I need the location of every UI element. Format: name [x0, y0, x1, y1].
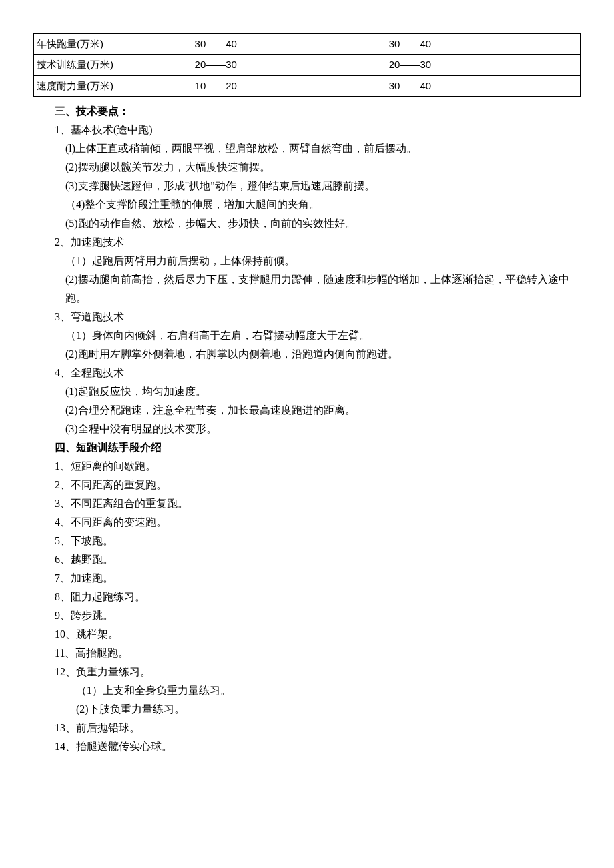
list-item: (2)合理分配跑速，注意全程节奏，加长最高速度跑进的距离。	[33, 401, 581, 420]
list-item: 12、负重力量练习。	[33, 663, 581, 681]
list-item: 5、下坡跑。	[33, 532, 581, 550]
table-row: 年快跑量(万米) 30——40 30——40	[34, 34, 581, 55]
list-item: 6、越野跑。	[33, 550, 581, 569]
list-item: (2)摆动腿以髋关节发力，大幅度快速前摆。	[33, 158, 581, 177]
row-label: 技术训练量(万米)	[34, 55, 192, 75]
list-item: (5)跑的动作自然、放松，步幅大、步频快，向前的实效性好。	[33, 214, 581, 233]
row-value-2: 20——30	[386, 55, 580, 75]
list-item: 9、跨步跳。	[33, 606, 581, 625]
list-sub-item: (2)下肢负重力量练习。	[33, 700, 581, 719]
table-row: 技术训练量(万米) 20——30 20——30	[34, 55, 581, 75]
list-item: 8、阻力起跑练习。	[33, 588, 581, 606]
section-3-heading: 三、技术要点：	[33, 102, 581, 121]
row-value-1: 30——40	[192, 34, 386, 55]
list-item: （1）起跑后两臂用力前后摆动，上体保持前倾。	[33, 252, 581, 270]
list-item: (l)上体正直或稍前倾，两眼平视，望肩部放松，两臂自然弯曲，前后摆动。	[33, 139, 581, 158]
row-value-2: 30——40	[386, 75, 580, 96]
subsection-title: 4、全程跑技术	[33, 364, 581, 382]
subsection-title: 3、弯道跑技术	[33, 308, 581, 326]
list-item: 14、抬腿送髋传实心球。	[33, 737, 581, 756]
section-4-heading: 四、短跑训练手段介绍	[33, 438, 581, 457]
list-item: (3)支撑腿快速蹬伸，形成"扒地"动作，蹬伸结束后迅速屈膝前摆。	[33, 177, 581, 195]
subsection-title: 1、基本技术(途中跑)	[33, 121, 581, 139]
row-label: 年快跑量(万米)	[34, 34, 192, 55]
list-item: 13、前后抛铅球。	[33, 719, 581, 737]
row-value-1: 20——30	[192, 55, 386, 75]
list-item: （4)整个支撑阶段注重髋的伸展，增加大腿间的夹角。	[33, 195, 581, 214]
list-item: 7、加速跑。	[33, 569, 581, 588]
table-row: 速度耐力量(万米) 10——20 30——40	[34, 75, 581, 96]
list-item: (1)起跑反应快，均匀加速度。	[33, 382, 581, 401]
list-item: 4、不同距离的变速跑。	[33, 513, 581, 532]
training-volume-table: 年快跑量(万米) 30——40 30——40 技术训练量(万米) 20——30 …	[33, 33, 581, 97]
list-item: 1、短距离的间歇跑。	[33, 457, 581, 476]
list-item: (2)跑时用左脚掌外侧着地，右脚掌以内侧着地，沿跑道内侧向前跑进。	[33, 345, 581, 364]
list-item: (2)摆动腿向前高抬，然后尽力下压，支撑腿用力蹬伸，随速度和步幅的增加，上体逐渐…	[33, 270, 581, 308]
list-item: (3)全程中没有明显的技术变形。	[33, 420, 581, 438]
list-item: 2、不同距离的重复跑。	[33, 476, 581, 494]
list-item: 10、跳栏架。	[33, 625, 581, 644]
list-item: 3、不同距离组合的重复跑。	[33, 494, 581, 513]
subsection-title: 2、加速跑技术	[33, 233, 581, 252]
row-value-2: 30——40	[386, 34, 580, 55]
list-item: （1）身体向内倾斜，右肩稍高于左肩，右臂摆动幅度大于左臂。	[33, 326, 581, 345]
row-value-1: 10——20	[192, 75, 386, 96]
list-item: 11、高抬腿跑。	[33, 644, 581, 663]
row-label: 速度耐力量(万米)	[34, 75, 192, 96]
list-sub-item: （1）上支和全身负重力量练习。	[33, 681, 581, 700]
